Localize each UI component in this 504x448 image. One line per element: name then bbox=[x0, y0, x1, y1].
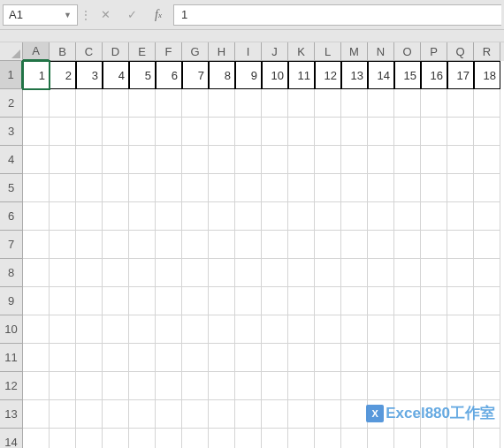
cell-H8[interactable] bbox=[209, 259, 235, 287]
cell-H4[interactable] bbox=[209, 146, 235, 174]
cell-L10[interactable] bbox=[315, 315, 341, 344]
cell-P1[interactable]: 16 bbox=[421, 61, 447, 89]
cell-P8[interactable] bbox=[421, 259, 447, 287]
cell-L5[interactable] bbox=[315, 174, 341, 202]
cell-Q2[interactable] bbox=[447, 89, 474, 118]
cell-C2[interactable] bbox=[76, 89, 103, 118]
row-header-14[interactable]: 14 bbox=[0, 429, 23, 448]
cell-N12[interactable] bbox=[368, 372, 394, 400]
cell-F1[interactable]: 6 bbox=[156, 61, 182, 89]
cell-K7[interactable] bbox=[288, 231, 315, 259]
cell-E12[interactable] bbox=[129, 372, 156, 400]
cell-M9[interactable] bbox=[341, 287, 368, 315]
cell-H10[interactable] bbox=[209, 315, 235, 344]
cell-I14[interactable] bbox=[235, 429, 262, 448]
cell-Q8[interactable] bbox=[447, 259, 474, 287]
cell-I11[interactable] bbox=[235, 344, 262, 372]
cell-D10[interactable] bbox=[103, 315, 129, 344]
cell-O8[interactable] bbox=[394, 259, 421, 287]
cell-B10[interactable] bbox=[50, 315, 76, 344]
cell-N11[interactable] bbox=[368, 344, 394, 372]
cell-P13[interactable] bbox=[421, 400, 447, 429]
formula-input[interactable]: 1 bbox=[173, 4, 501, 26]
cell-I5[interactable] bbox=[235, 174, 262, 202]
cell-M13[interactable] bbox=[341, 400, 368, 429]
cell-J12[interactable] bbox=[262, 372, 288, 400]
cell-G9[interactable] bbox=[182, 287, 209, 315]
cell-I6[interactable] bbox=[235, 202, 262, 231]
cell-D13[interactable] bbox=[103, 400, 129, 429]
cell-M4[interactable] bbox=[341, 146, 368, 174]
cell-M14[interactable] bbox=[341, 429, 368, 448]
column-header-O[interactable]: O bbox=[394, 42, 421, 61]
cell-D1[interactable]: 4 bbox=[103, 61, 129, 89]
cell-O2[interactable] bbox=[394, 89, 421, 118]
cell-R4[interactable] bbox=[474, 146, 500, 174]
cell-B3[interactable] bbox=[50, 118, 76, 146]
cell-F6[interactable] bbox=[156, 202, 182, 231]
cell-A14[interactable] bbox=[23, 429, 50, 448]
cell-G6[interactable] bbox=[182, 202, 209, 231]
cell-H12[interactable] bbox=[209, 372, 235, 400]
cell-C7[interactable] bbox=[76, 231, 103, 259]
cell-I7[interactable] bbox=[235, 231, 262, 259]
column-header-Q[interactable]: Q bbox=[447, 42, 474, 61]
cell-G11[interactable] bbox=[182, 344, 209, 372]
cell-G1[interactable]: 7 bbox=[182, 61, 209, 89]
cell-P4[interactable] bbox=[421, 146, 447, 174]
cell-P6[interactable] bbox=[421, 202, 447, 231]
cell-K10[interactable] bbox=[288, 315, 315, 344]
cell-F14[interactable] bbox=[156, 429, 182, 448]
cell-K14[interactable] bbox=[288, 429, 315, 448]
cell-N14[interactable] bbox=[368, 429, 394, 448]
name-box[interactable]: A1 ▼ bbox=[3, 4, 78, 26]
cell-Q4[interactable] bbox=[447, 146, 474, 174]
cell-C6[interactable] bbox=[76, 202, 103, 231]
cell-D2[interactable] bbox=[103, 89, 129, 118]
cell-Q7[interactable] bbox=[447, 231, 474, 259]
cell-J5[interactable] bbox=[262, 174, 288, 202]
cell-M3[interactable] bbox=[341, 118, 368, 146]
cell-J2[interactable] bbox=[262, 89, 288, 118]
cell-P10[interactable] bbox=[421, 315, 447, 344]
column-header-D[interactable]: D bbox=[103, 42, 129, 61]
cell-F4[interactable] bbox=[156, 146, 182, 174]
cell-F11[interactable] bbox=[156, 344, 182, 372]
cell-E2[interactable] bbox=[129, 89, 156, 118]
cell-D6[interactable] bbox=[103, 202, 129, 231]
cell-J11[interactable] bbox=[262, 344, 288, 372]
cell-L13[interactable] bbox=[315, 400, 341, 429]
column-header-P[interactable]: P bbox=[421, 42, 447, 61]
cell-J1[interactable]: 10 bbox=[262, 61, 288, 89]
cell-J14[interactable] bbox=[262, 429, 288, 448]
cell-R12[interactable] bbox=[474, 372, 500, 400]
cell-R6[interactable] bbox=[474, 202, 500, 231]
row-header-9[interactable]: 9 bbox=[0, 287, 23, 315]
cell-M1[interactable]: 13 bbox=[341, 61, 368, 89]
cell-E3[interactable] bbox=[129, 118, 156, 146]
column-header-H[interactable]: H bbox=[209, 42, 235, 61]
cell-B4[interactable] bbox=[50, 146, 76, 174]
cell-I2[interactable] bbox=[235, 89, 262, 118]
cell-B11[interactable] bbox=[50, 344, 76, 372]
cell-A5[interactable] bbox=[23, 174, 50, 202]
cell-M11[interactable] bbox=[341, 344, 368, 372]
cell-N5[interactable] bbox=[368, 174, 394, 202]
cell-D8[interactable] bbox=[103, 259, 129, 287]
cell-D4[interactable] bbox=[103, 146, 129, 174]
cell-C4[interactable] bbox=[76, 146, 103, 174]
cell-R7[interactable] bbox=[474, 231, 500, 259]
cell-C5[interactable] bbox=[76, 174, 103, 202]
cell-F12[interactable] bbox=[156, 372, 182, 400]
cell-K6[interactable] bbox=[288, 202, 315, 231]
cell-O4[interactable] bbox=[394, 146, 421, 174]
cell-D14[interactable] bbox=[103, 429, 129, 448]
cell-A10[interactable] bbox=[23, 315, 50, 344]
cell-H1[interactable]: 8 bbox=[209, 61, 235, 89]
column-header-M[interactable]: M bbox=[341, 42, 368, 61]
cell-A6[interactable] bbox=[23, 202, 50, 231]
cell-E11[interactable] bbox=[129, 344, 156, 372]
cell-M7[interactable] bbox=[341, 231, 368, 259]
cell-P7[interactable] bbox=[421, 231, 447, 259]
cell-G7[interactable] bbox=[182, 231, 209, 259]
